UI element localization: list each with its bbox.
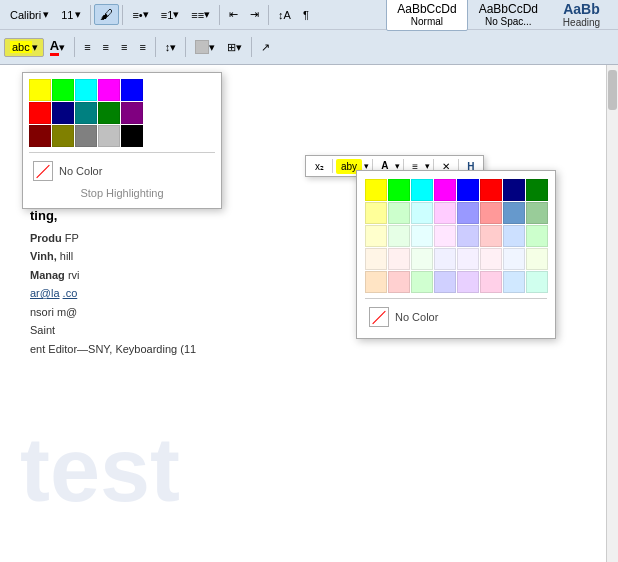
lp-lime[interactable] <box>388 179 410 201</box>
color-dark-gray[interactable] <box>75 125 97 147</box>
lp-red[interactable] <box>480 179 502 201</box>
lp-t3-5[interactable] <box>457 248 479 270</box>
font-color-chevron[interactable]: ▾ <box>59 41 65 54</box>
lp-t4-7[interactable] <box>503 271 525 293</box>
style-nospace-tab[interactable]: AaBbCcDd No Spac... <box>468 0 549 31</box>
lp-blue[interactable] <box>457 179 479 201</box>
lp-t2-3[interactable] <box>411 225 433 247</box>
large-no-color-btn[interactable]: No Color <box>365 304 547 330</box>
lp-green[interactable] <box>526 179 548 201</box>
format-painter-btn[interactable]: 🖌 <box>94 4 119 25</box>
ribbon-separator-5 <box>74 37 75 57</box>
lp-navy[interactable] <box>503 179 525 201</box>
lp-t2-8[interactable] <box>526 225 548 247</box>
style-heading-sample: AaBb <box>563 1 600 17</box>
lp-t4-4[interactable] <box>434 271 456 293</box>
multilevel-chevron[interactable]: ▾ <box>204 8 210 21</box>
lp-t1-2[interactable] <box>388 202 410 224</box>
lp-t2-6[interactable] <box>480 225 502 247</box>
style-heading-tab[interactable]: AaBb Heading <box>549 0 614 31</box>
color-cyan[interactable] <box>75 79 97 101</box>
lp-t4-2[interactable] <box>388 271 410 293</box>
shading-chevron[interactable]: ▾ <box>209 41 215 54</box>
color-lime[interactable] <box>52 79 74 101</box>
lp-t3-4[interactable] <box>434 248 456 270</box>
lp-t2-4[interactable] <box>434 225 456 247</box>
style-normal-tab[interactable]: AaBbCcDd Normal <box>386 0 467 31</box>
lp-t3-8[interactable] <box>526 248 548 270</box>
font-size-chevron[interactable]: ▾ <box>75 8 81 21</box>
color-yellow[interactable] <box>29 79 51 101</box>
small-no-color-btn[interactable]: No Color <box>29 158 215 184</box>
shading-btn[interactable]: ▾ <box>189 37 221 57</box>
lp-t1-4[interactable] <box>434 202 456 224</box>
scrollbar-thumb[interactable] <box>608 70 617 110</box>
lp-t3-3[interactable] <box>411 248 433 270</box>
color-black[interactable] <box>121 125 143 147</box>
lp-t4-5[interactable] <box>457 271 479 293</box>
increase-indent-btn[interactable]: ⇥ <box>244 5 265 24</box>
justify-btn[interactable]: ≡ <box>133 38 151 56</box>
font-family-selector[interactable]: Calibri ▾ <box>4 5 55 24</box>
color-red[interactable] <box>29 102 51 124</box>
align-left-btn[interactable]: ≡ <box>78 38 96 56</box>
lp-t1-6[interactable] <box>480 202 502 224</box>
lp-t4-6[interactable] <box>480 271 502 293</box>
font-size-selector[interactable]: 11 ▾ <box>55 5 87 24</box>
vertical-scrollbar[interactable] <box>606 65 618 562</box>
lp-t3-2[interactable] <box>388 248 410 270</box>
color-maroon[interactable] <box>29 125 51 147</box>
font-color-dropdown[interactable]: A ▾ <box>44 35 71 59</box>
bullet-list-btn[interactable]: ≡•▾ <box>126 5 154 24</box>
align-center-btn[interactable]: ≡ <box>97 38 115 56</box>
lp-t1-5[interactable] <box>457 202 479 224</box>
lp-t4-3[interactable] <box>411 271 433 293</box>
highlight-text: abc <box>10 41 32 53</box>
lp-t4-1[interactable] <box>365 271 387 293</box>
decrease-indent-btn[interactable]: ⇤ <box>223 5 244 24</box>
pilcrow-btn[interactable]: ¶ <box>297 6 315 24</box>
color-magenta[interactable] <box>98 79 120 101</box>
color-blue[interactable] <box>121 79 143 101</box>
lp-t1-1[interactable] <box>365 202 387 224</box>
lp-t2-5[interactable] <box>457 225 479 247</box>
lp-t2-2[interactable] <box>388 225 410 247</box>
paragraph-dialog-icon: ↗ <box>261 41 270 54</box>
lp-t4-8[interactable] <box>526 271 548 293</box>
lp-t2-7[interactable] <box>503 225 525 247</box>
lp-yellow[interactable] <box>365 179 387 201</box>
stop-highlighting-btn[interactable]: Stop Highlighting <box>29 184 215 202</box>
lp-t3-7[interactable] <box>503 248 525 270</box>
color-navy[interactable] <box>52 102 74 124</box>
pilcrow-icon: ¶ <box>303 9 309 21</box>
borders-btn[interactable]: ⊞▾ <box>221 38 248 57</box>
font-family-chevron[interactable]: ▾ <box>43 8 49 21</box>
lp-t1-3[interactable] <box>411 202 433 224</box>
number-list-btn[interactable]: ≡1▾ <box>155 5 186 24</box>
lp-t1-8[interactable] <box>526 202 548 224</box>
color-olive[interactable] <box>52 125 74 147</box>
lp-magenta[interactable] <box>434 179 456 201</box>
borders-chevron[interactable]: ▾ <box>236 41 242 54</box>
highlight-chevron[interactable]: ▾ <box>32 41 38 54</box>
lp-t2-1[interactable] <box>365 225 387 247</box>
subscript-btn[interactable]: x₂ <box>310 159 329 174</box>
number-chevron[interactable]: ▾ <box>173 8 179 21</box>
highlight-dropdown[interactable]: abc ▾ <box>4 38 44 57</box>
color-teal[interactable] <box>75 102 97 124</box>
bullet-chevron[interactable]: ▾ <box>143 8 149 21</box>
multilevel-list-btn[interactable]: ≡≡▾ <box>185 5 216 24</box>
lp-t3-6[interactable] <box>480 248 502 270</box>
shading-icon <box>195 40 209 54</box>
sort-btn[interactable]: ↕A <box>272 6 297 24</box>
line-spacing-chevron[interactable]: ▾ <box>170 41 176 54</box>
align-right-btn[interactable]: ≡ <box>115 38 133 56</box>
color-green[interactable] <box>98 102 120 124</box>
paragraph-dialog-btn[interactable]: ↗ <box>255 38 276 57</box>
color-purple[interactable] <box>121 102 143 124</box>
lp-t3-1[interactable] <box>365 248 387 270</box>
line-spacing-btn[interactable]: ↕▾ <box>159 38 183 57</box>
lp-t1-7[interactable] <box>503 202 525 224</box>
lp-cyan[interactable] <box>411 179 433 201</box>
color-light-gray[interactable] <box>98 125 120 147</box>
